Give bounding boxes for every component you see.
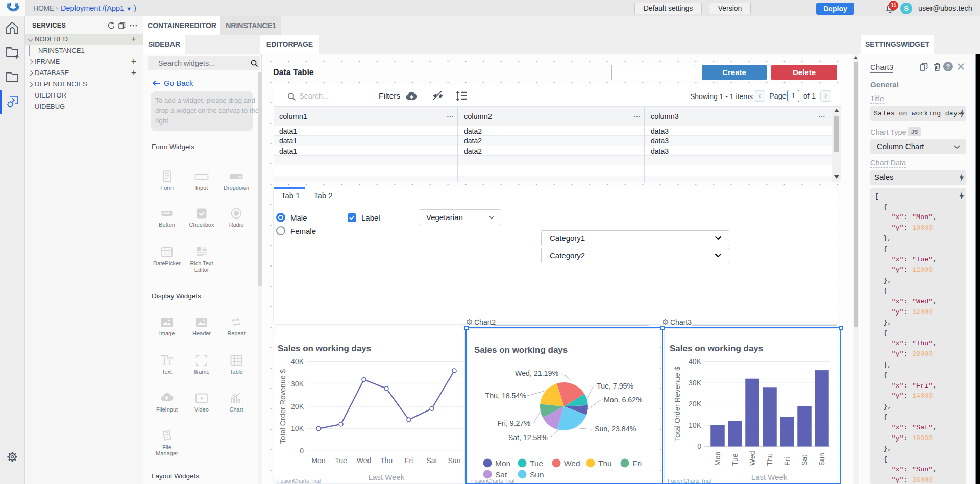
svg-text:10K: 10K	[291, 424, 304, 432]
svg-text:Wed: Wed	[357, 456, 372, 465]
svg-text:0: 0	[300, 447, 304, 455]
svg-text:Fri: Fri	[405, 456, 413, 465]
svg-text:Total Order Revenue $: Total Order Revenue $	[279, 369, 287, 444]
svg-text:30K: 30K	[291, 380, 304, 388]
svg-text:Sales on working days: Sales on working days	[278, 344, 371, 353]
svg-text:Last Week: Last Week	[369, 473, 405, 481]
svg-text:20K: 20K	[291, 402, 304, 410]
svg-text:Mon: Mon	[311, 456, 325, 465]
svg-text:40K: 40K	[291, 357, 304, 366]
svg-text:Sat: Sat	[426, 456, 437, 465]
svg-text:Tue: Tue	[335, 456, 347, 465]
svg-text:Sun: Sun	[448, 456, 461, 465]
svg-text:Thu: Thu	[380, 456, 393, 465]
svg-text:FusionCharts Trial: FusionCharts Trial	[277, 478, 321, 483]
